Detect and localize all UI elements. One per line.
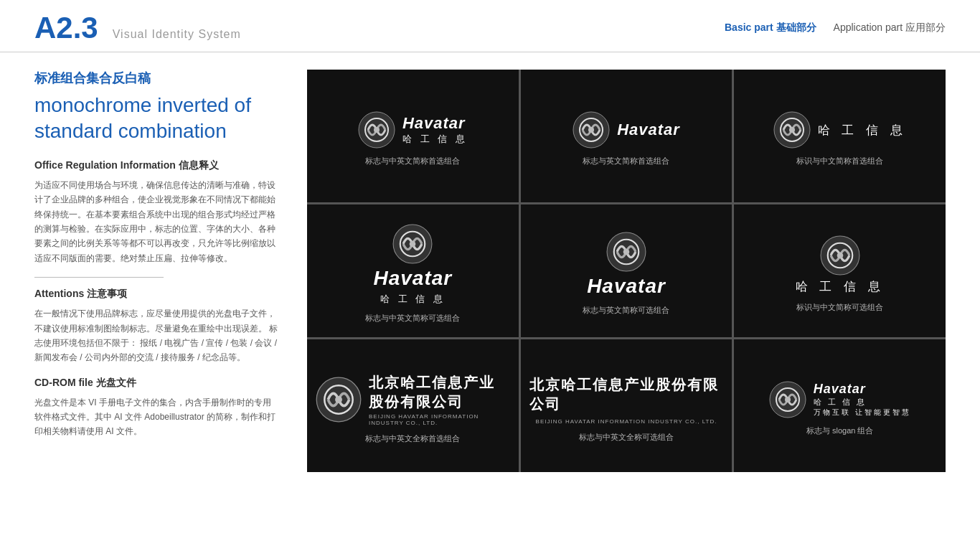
- svg-point-20: [335, 396, 342, 403]
- divider: [34, 277, 164, 278]
- section-title-cn: 标准组合集合反白稿: [34, 70, 278, 87]
- cn-label-3: 哈 工 信 息: [818, 122, 907, 138]
- logo-cell-9: Havatar 哈 工 信 息 万物互联 让智能更智慧 标志与 slogan 组…: [734, 339, 946, 472]
- company-cn-1: 北京哈工信息产业股份有限公司: [369, 373, 510, 412]
- svg-point-2: [374, 127, 380, 133]
- cn-label-9: 哈 工 信 息: [814, 397, 911, 408]
- brand-mark-3: [773, 111, 811, 149]
- logo-cell-4: Havatar 哈 工 信 息 标志与中英文简称可选组合: [307, 204, 519, 337]
- logo-cell-3: 哈 工 信 息 标识与中文简称首选组合: [734, 70, 946, 202]
- logo-grid: Havatar 哈 工 信 息 标志与中英文简称首选组合 Hav: [307, 70, 946, 472]
- logo-cell-6: 哈 工 信 息 标识与中文简称可选组合: [734, 204, 946, 337]
- left-panel: 标准组合集合反白稿 monochrome inverted of standar…: [34, 70, 278, 472]
- attentions-title: Attentions 注意事项: [34, 288, 278, 301]
- logo-inner-4: Havatar 哈 工 信 息: [373, 224, 452, 306]
- nav-app[interactable]: Application part 应用部分: [834, 22, 946, 34]
- logo-inner-8: 北京哈工信息产业股份有限公司 BEIJING HAVATAR INFORMATI…: [529, 375, 724, 425]
- svg-point-17: [837, 252, 843, 258]
- company-en-1: BEIJING HAVATAR INFORMATION INDUSTRY CO.…: [369, 413, 510, 426]
- company-en-2: BEIJING HAVATAR INFORMATION INDUSTRY CO.…: [536, 418, 717, 425]
- logo-inner-7: 北京哈工信息产业股份有限公司 BEIJING HAVATAR INFORMATI…: [316, 373, 510, 426]
- cdrom-body: 光盘文件是本 VI 手册电子文件的集合，内含手册制作时的专用软件格式文件。其中 …: [34, 395, 278, 439]
- brand-mark-7: [316, 377, 362, 423]
- cn-label-4: 哈 工 信 息: [380, 293, 446, 306]
- svg-point-11: [410, 241, 416, 248]
- attentions-body: 在一般情况下使用品牌标志，应尽量使用提供的光盘电子文件，不建议使用标准制图绘制标…: [34, 306, 278, 365]
- svg-point-5: [588, 127, 594, 133]
- logo-inner-2: Havatar: [573, 111, 680, 149]
- logo-text-1: Havatar 哈 工 信 息: [402, 114, 468, 146]
- svg-point-14: [623, 249, 630, 255]
- logo-inner-1: Havatar 哈 工 信 息: [358, 111, 468, 149]
- cell-label-9: 标志与 slogan 组合: [806, 425, 874, 436]
- header: A2.3 Visual Identity System Basic part 基…: [0, 0, 980, 52]
- info-body: 为适应不同使用场合与环境，确保信息传达的清晰与准确，特设计了企业品牌的多种组合，…: [34, 178, 278, 265]
- brand-mark-1: [358, 111, 395, 149]
- company-cn-2: 北京哈工信息产业股份有限公司: [529, 375, 724, 414]
- svg-point-8: [789, 127, 795, 133]
- logo-inner-5: Havatar: [587, 232, 666, 298]
- logo-cell-7: 北京哈工信息产业股份有限公司 BEIJING HAVATAR INFORMATI…: [307, 339, 519, 472]
- cn-label-6: 哈 工 信 息: [796, 278, 885, 295]
- cell-label-2: 标志与英文简称首选组合: [583, 156, 669, 166]
- cn-label-1: 哈 工 信 息: [402, 133, 468, 146]
- section-title-en: monochrome inverted of standard combinat…: [34, 93, 278, 145]
- havatar-label-4: Havatar: [373, 267, 452, 290]
- cdrom-title: CD-ROM file 光盘文件: [34, 377, 278, 390]
- havatar-label-9: Havatar: [814, 382, 911, 397]
- slogan-label-9: 万物互联 让智能更智慧: [814, 408, 911, 418]
- cell-label-7: 标志与中英文全称首选组合: [365, 433, 460, 444]
- logo-slogan-text: Havatar 哈 工 信 息 万物互联 让智能更智慧: [814, 382, 911, 418]
- cell-label-5: 标志与英文简称可选组合: [583, 305, 669, 316]
- logo-inner-6: 哈 工 信 息: [796, 235, 885, 295]
- havatar-label-2: Havatar: [617, 121, 680, 139]
- brand-mark-2: [573, 111, 610, 149]
- cell-label-8: 标志与中英文全称可选组合: [579, 432, 674, 443]
- logo-inner-9: Havatar 哈 工 信 息 万物互联 让智能更智慧: [769, 381, 911, 418]
- nav-basic[interactable]: Basic part 基础部分: [725, 22, 816, 34]
- cell-label-3: 标识与中文简称首选组合: [796, 156, 883, 166]
- company-full-1: 北京哈工信息产业股份有限公司 BEIJING HAVATAR INFORMATI…: [369, 373, 510, 426]
- header-left: A2.3 Visual Identity System: [34, 13, 241, 43]
- brand-mark-9: [769, 381, 806, 418]
- logo-inner-3: 哈 工 信 息: [773, 111, 907, 149]
- brand-mark-6: [820, 235, 860, 276]
- page-number: A2.3: [34, 13, 98, 43]
- logo-cell-8: 北京哈工信息产业股份有限公司 BEIJING HAVATAR INFORMATI…: [521, 339, 732, 472]
- havatar-label-1: Havatar: [402, 114, 468, 133]
- havatar-label-5: Havatar: [587, 275, 666, 298]
- subtitle: Visual Identity System: [113, 28, 241, 41]
- main-content: 标准组合集合反白稿 monochrome inverted of standar…: [0, 52, 980, 489]
- cell-label-4: 标志与中英文简称可选组合: [365, 313, 460, 324]
- brand-mark-5: [606, 232, 646, 272]
- brand-mark-4: [392, 224, 433, 264]
- right-panel: Havatar 哈 工 信 息 标志与中英文简称首选组合 Hav: [307, 70, 946, 472]
- cell-label-1: 标志与中英文简称首选组合: [365, 156, 460, 166]
- header-nav: Basic part 基础部分 Application part 应用部分: [725, 22, 946, 34]
- logo-cell-2: Havatar 标志与英文简称首选组合: [521, 70, 732, 202]
- info-title: Office Regulation Information 信息释义: [34, 159, 278, 172]
- logo-cell-5: Havatar 标志与英文简称可选组合: [521, 204, 732, 337]
- logo-cell-1: Havatar 哈 工 信 息 标志与中英文简称首选组合: [307, 70, 519, 202]
- cell-label-6: 标识与中文简称可选组合: [796, 302, 883, 313]
- svg-point-23: [785, 397, 791, 402]
